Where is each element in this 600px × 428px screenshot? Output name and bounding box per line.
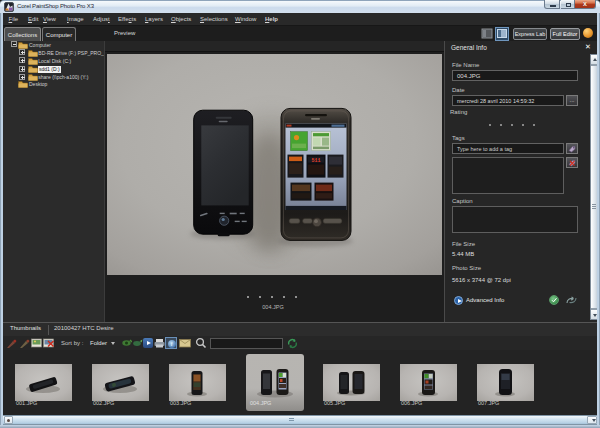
- svg-text:511: 511: [311, 158, 320, 164]
- svg-text:004.JPG: 004.JPG: [250, 400, 271, 406]
